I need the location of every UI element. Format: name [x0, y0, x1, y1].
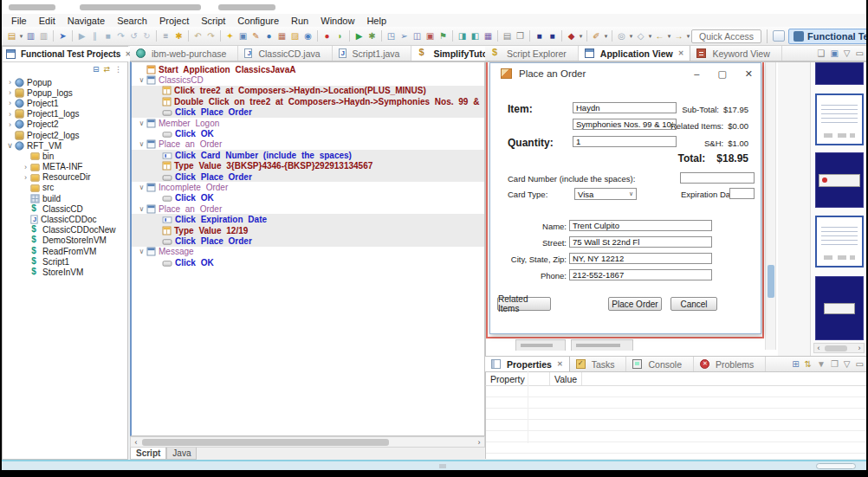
- sep[interactable]: [586, 30, 587, 42]
- sep[interactable]: [156, 30, 157, 42]
- new-wizard-icon[interactable]: ▤: [5, 29, 18, 43]
- tree-item[interactable]: › Project1: [3, 98, 127, 108]
- key-config-icon[interactable]: ◆: [565, 29, 578, 43]
- sep[interactable]: [220, 30, 221, 42]
- pointer-icon[interactable]: ➤: [56, 29, 69, 43]
- sep[interactable]: [349, 30, 350, 42]
- scrollbar-thumb[interactable]: [142, 439, 389, 446]
- tree-item[interactable]: ClassicCDDocNew: [3, 225, 127, 235]
- report-icon[interactable]: ▦: [275, 29, 288, 43]
- record-script-icon[interactable]: ✱: [172, 29, 185, 43]
- menu-item[interactable]: Edit: [33, 16, 62, 26]
- expand-arrow-icon[interactable]: ∨: [137, 184, 146, 191]
- show-view-icon[interactable]: ◳: [385, 29, 398, 43]
- editor-tab[interactable]: ibm-web-purchase: [130, 46, 238, 61]
- insert-recording-icon[interactable]: ≡: [159, 29, 172, 43]
- expand-arrow-icon[interactable]: ›: [5, 99, 15, 107]
- sep[interactable]: [561, 30, 562, 42]
- redo-icon[interactable]: ↷: [204, 29, 217, 43]
- expand-arrow-icon[interactable]: ›: [5, 88, 15, 97]
- folder-icon[interactable]: ▨: [288, 29, 301, 43]
- horizontal-scrollbar[interactable]: ‹ ›: [130, 436, 485, 448]
- quantity-field[interactable]: [573, 136, 677, 147]
- tree-item[interactable]: src: [3, 183, 127, 193]
- expand-arrow-icon[interactable]: ›: [5, 110, 15, 119]
- sep[interactable]: [497, 30, 498, 42]
- web-icon[interactable]: ◉: [301, 29, 314, 43]
- scroll-right-icon[interactable]: ›: [474, 438, 484, 447]
- caret-icon[interactable]: ▾: [647, 29, 653, 43]
- dialog-minimize-icon[interactable]: –: [694, 68, 699, 80]
- column-header[interactable]: Property: [486, 372, 550, 385]
- address-field[interactable]: [569, 236, 712, 248]
- address-field[interactable]: [569, 253, 712, 264]
- tree-item[interactable]: StoreInVM: [3, 267, 127, 277]
- dialog-button[interactable]: Place Order: [608, 297, 662, 311]
- forward-icon[interactable]: →: [672, 29, 685, 43]
- sep[interactable]: [53, 30, 54, 42]
- caret-icon[interactable]: ▾: [685, 29, 691, 43]
- new-view-icon[interactable]: ❐: [831, 359, 839, 369]
- view-tab[interactable]: Problems: [694, 357, 766, 371]
- menu-item[interactable]: Help: [360, 16, 392, 26]
- menu-item[interactable]: Run: [285, 16, 314, 26]
- script-line[interactable]: Type Value 3{BKSP}4346-{BKSP}29291313456…: [132, 161, 484, 171]
- address-field[interactable]: [569, 220, 712, 231]
- item-field-2[interactable]: [573, 119, 677, 130]
- column-header[interactable]: Value: [550, 372, 582, 385]
- expand-arrow-icon[interactable]: ›: [5, 120, 15, 129]
- view-menu-icon[interactable]: ▽: [844, 48, 851, 58]
- menu-item[interactable]: Project: [153, 16, 195, 26]
- menu-item[interactable]: Configure: [231, 16, 285, 26]
- tree-item[interactable]: bin: [3, 151, 127, 161]
- close-icon[interactable]: ✕: [678, 49, 684, 57]
- step-return-icon[interactable]: ↻: [140, 29, 153, 43]
- simplified-script-editor[interactable]: Start Application ClassicsJavaA ∨ Classi…: [130, 61, 485, 436]
- view-tab[interactable]: Keyword View: [690, 46, 781, 61]
- editor-tab[interactable]: Script1.java: [333, 46, 412, 61]
- tab-functional-test-projects[interactable]: Functional Test Projects ✕: [3, 47, 135, 61]
- dialog-close-icon[interactable]: ✕: [745, 68, 753, 80]
- undo-icon[interactable]: ↶: [191, 29, 204, 43]
- script-line[interactable]: Click Card Number (include the spaces): [132, 150, 484, 160]
- tree-item[interactable]: ReadFromVM: [3, 246, 127, 256]
- editor-tab[interactable]: ClassicCD.java: [238, 46, 332, 61]
- app-screenshot-thumbnail[interactable]: [815, 93, 864, 145]
- step-into-icon[interactable]: ↷: [114, 29, 127, 43]
- print-icon[interactable]: ▤: [501, 29, 514, 43]
- tree-item[interactable]: ClassicCD: [3, 203, 127, 214]
- sep[interactable]: [452, 30, 453, 42]
- tree-item[interactable]: › META-INF: [3, 162, 127, 172]
- view-tab[interactable]: Console: [626, 357, 694, 371]
- quick-access-box[interactable]: Quick Access: [691, 29, 761, 43]
- app-screenshot-thumbnail[interactable]: [815, 276, 864, 340]
- preferences-icon[interactable]: ✱: [366, 29, 379, 43]
- sep[interactable]: [529, 30, 530, 42]
- script-line[interactable]: Click Place Order: [132, 235, 484, 246]
- script-line[interactable]: ∨ ClassicsCD: [132, 74, 484, 85]
- object-map-icon[interactable]: ●: [262, 29, 275, 43]
- flag-icon[interactable]: ⚑: [437, 29, 450, 43]
- dialog-title-bar[interactable]: Place an Order – ▢ ✕: [490, 63, 761, 84]
- card-number-field[interactable]: [680, 172, 755, 184]
- caret-icon[interactable]: ▾: [578, 29, 584, 43]
- view-tab[interactable]: Properties ✕: [485, 357, 570, 371]
- filter-icon[interactable]: ▼: [817, 359, 826, 369]
- app-screenshot-thumbnail[interactable]: [815, 62, 864, 85]
- run-script-icon[interactable]: ▶: [353, 29, 366, 43]
- tree-item[interactable]: build: [3, 193, 127, 203]
- sep[interactable]: [188, 30, 189, 42]
- script-line[interactable]: Click OK: [132, 193, 484, 203]
- stop-icon[interactable]: ■: [101, 29, 114, 43]
- close-icon[interactable]: ✕: [557, 360, 563, 368]
- menu-item[interactable]: Script: [195, 16, 231, 26]
- sep[interactable]: [317, 30, 318, 42]
- tree-item[interactable]: › Project2: [3, 119, 127, 130]
- annotate-icon[interactable]: ✐: [590, 29, 603, 43]
- menu-item[interactable]: Navigate: [62, 16, 111, 26]
- app-screenshot-thumbnail[interactable]: [815, 152, 864, 208]
- dialog-button[interactable]: Related Items: [497, 297, 551, 311]
- run-icon[interactable]: ▶: [75, 29, 88, 43]
- script-line[interactable]: Click Place Order: [132, 107, 484, 118]
- expiration-date-field[interactable]: [729, 188, 755, 199]
